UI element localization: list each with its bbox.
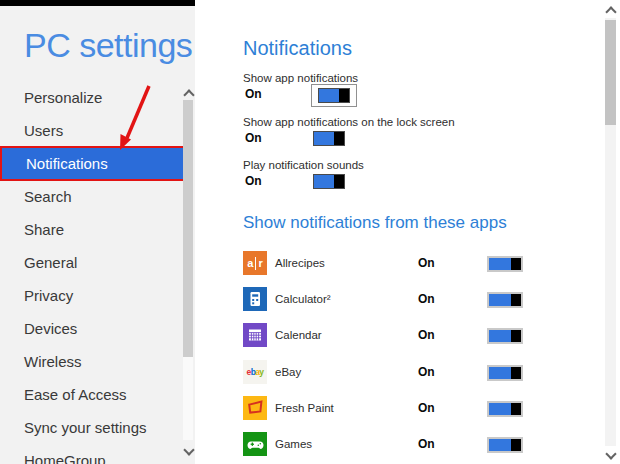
toggle-on-icon [318,88,350,103]
sidebar-nav: Personalize Users Notifications Search S… [0,81,195,464]
sidebar-item-users[interactable]: Users [0,114,195,147]
fresh-paint-icon [243,396,267,420]
app-row-calendar: Calendar On [243,323,593,349]
sidebar-item-ease-of-access[interactable]: Ease of Access [0,378,195,411]
sidebar-item-sync-your-settings[interactable]: Sync your settings [0,411,195,444]
app-row-games: Games On [243,432,593,458]
app-state: On [418,251,435,275]
calculator-icon [243,287,267,311]
sidebar-item-general[interactable]: General [0,246,195,279]
lock-screen-notifications-label: Show app notifications on the lock scree… [243,116,455,128]
allrecipes-toggle[interactable] [487,256,523,272]
lock-screen-notifications-state: On [245,131,262,145]
app-row-ebay: ebay eBay On [243,360,593,386]
app-state: On [418,432,435,456]
app-row-calculator: Calculator² On [243,287,593,313]
lock-screen-notifications-toggle[interactable] [313,131,345,146]
app-name: Allrecipes [275,251,325,275]
show-app-notifications-state: On [245,87,262,101]
app-row-fresh-paint: Fresh Paint On [243,396,593,422]
app-name: Fresh Paint [275,396,334,420]
app-state: On [418,287,435,311]
sidebar-item-share[interactable]: Share [0,213,195,246]
allrecipes-icon: ar [243,251,267,275]
ebay-icon: ebay [243,360,267,384]
main-panel: Notifications Show app notifications On … [195,0,620,464]
app-name: eBay [275,360,301,384]
app-name: Calendar [275,323,322,347]
sidebar: PC settings Personalize Users Notificati… [0,0,195,464]
games-toggle[interactable] [487,437,523,453]
app-name: Calculator² [275,287,331,311]
notifications-heading: Notifications [243,37,352,60]
sidebar-item-personalize[interactable]: Personalize [0,81,195,114]
ebay-toggle[interactable] [487,365,523,381]
sidebar-item-wireless[interactable]: Wireless [0,345,195,378]
app-row-allrecipes: ar Allrecipes On [243,251,593,277]
app-state: On [418,323,435,347]
pc-settings-window: PC settings Personalize Users Notificati… [0,0,620,464]
main-scrollbar-thumb[interactable] [605,20,616,125]
games-icon [243,432,267,456]
fresh-paint-toggle[interactable] [487,401,523,417]
notification-sounds-label: Play notification sounds [243,159,364,171]
app-name: Games [275,432,312,456]
window-edge-bar [0,0,197,6]
notification-sounds-state: On [245,174,262,188]
apps-heading: Show notifications from these apps [243,213,507,233]
calendar-toggle[interactable] [487,328,523,344]
calendar-icon [243,323,267,347]
page-title: PC settings [24,26,192,65]
show-app-notifications-toggle[interactable] [311,84,357,107]
sidebar-item-search[interactable]: Search [0,180,195,213]
calculator-toggle[interactable] [487,292,523,308]
sidebar-scrollbar-thumb[interactable] [183,100,193,357]
sidebar-item-privacy[interactable]: Privacy [0,279,195,312]
show-app-notifications-label: Show app notifications [243,72,358,84]
sidebar-item-devices[interactable]: Devices [0,312,195,345]
app-state: On [418,360,435,384]
sidebar-item-homegroup[interactable]: HomeGroup [0,444,195,464]
app-state: On [418,396,435,420]
notification-sounds-toggle[interactable] [313,174,345,189]
sidebar-item-notifications[interactable]: Notifications [0,146,186,181]
